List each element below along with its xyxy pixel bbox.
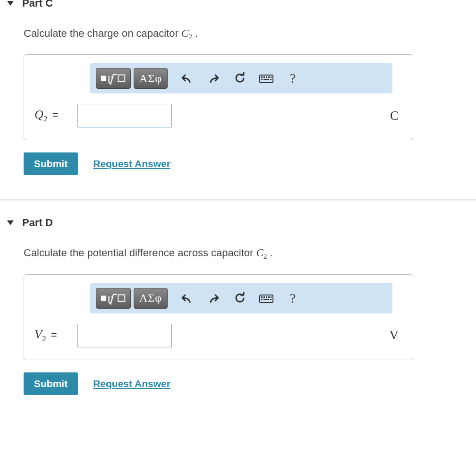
part-c-header[interactable]: Part C: [0, 0, 476, 9]
actions-d: Submit Request Answer: [24, 372, 462, 395]
var-letter: Q: [34, 108, 43, 121]
variable-label-d: V2 =: [34, 328, 70, 344]
svg-rect-11: [270, 79, 272, 80]
svg-rect-5: [264, 76, 265, 78]
variable-label-c: Q2 =: [34, 108, 70, 124]
svg-rect-23: [270, 299, 272, 300]
help-button[interactable]: ?: [281, 288, 305, 309]
submit-button-d[interactable]: Submit: [24, 372, 78, 395]
part-d-body: Calculate the potential difference acros…: [0, 247, 476, 418]
answer-box-d: n ΑΣφ: [24, 274, 413, 360]
svg-rect-12: [101, 295, 106, 301]
greek-label: ΑΣφ: [139, 292, 162, 304]
answer-input-c[interactable]: [77, 104, 172, 127]
answer-input-d[interactable]: [77, 324, 172, 347]
part-c: Part C Calculate the charge on capacitor…: [0, 0, 476, 199]
help-label: ?: [290, 71, 296, 86]
help-button[interactable]: ?: [281, 68, 305, 89]
svg-rect-8: [271, 76, 272, 78]
request-answer-link-d[interactable]: Request Answer: [93, 378, 170, 389]
input-row-c: Q2 = C: [24, 93, 413, 140]
answer-box-c: n ΑΣφ: [24, 54, 413, 140]
part-c-body: Calculate the charge on capacitor C2 . n…: [0, 27, 476, 199]
part-c-prompt: Calculate the charge on capacitor C2 .: [24, 27, 462, 41]
part-d: Part D Calculate the potential differenc…: [0, 202, 476, 418]
equation-toolbar: n ΑΣφ: [90, 283, 392, 313]
part-d-prompt: Calculate the potential difference acros…: [24, 247, 462, 261]
prompt-sub: 2: [188, 33, 192, 41]
var-letter: V: [34, 328, 42, 341]
collapse-icon[interactable]: [7, 220, 14, 225]
svg-rect-2: [118, 75, 125, 82]
request-answer-link-c[interactable]: Request Answer: [93, 158, 170, 169]
part-d-header[interactable]: Part D: [0, 217, 476, 229]
help-label: ?: [290, 291, 296, 306]
templates-button[interactable]: n: [96, 68, 131, 89]
prompt-var: C: [256, 247, 263, 259]
svg-rect-10: [264, 79, 269, 80]
prompt-suffix: .: [192, 27, 198, 39]
redo-button[interactable]: [202, 288, 225, 309]
svg-rect-6: [266, 76, 267, 78]
prompt-var: C: [181, 27, 188, 39]
part-c-title: Part C: [22, 0, 53, 9]
svg-rect-16: [261, 296, 263, 298]
svg-rect-19: [268, 296, 270, 298]
undo-button[interactable]: [175, 68, 199, 89]
submit-button-c[interactable]: Submit: [24, 152, 78, 175]
reset-button[interactable]: [228, 288, 252, 309]
actions-c: Submit Request Answer: [24, 152, 462, 175]
keyboard-button[interactable]: [255, 288, 278, 309]
svg-rect-21: [261, 299, 263, 300]
var-sub: 2: [42, 334, 46, 343]
eq-sign: =: [50, 109, 59, 121]
svg-rect-9: [261, 79, 263, 80]
toolbar-wrap: n ΑΣφ: [24, 55, 413, 93]
eq-sign: =: [48, 329, 57, 341]
greek-button[interactable]: ΑΣφ: [134, 68, 168, 89]
unit-d: V: [390, 328, 403, 343]
prompt-text: Calculate the charge on capacitor: [24, 27, 181, 39]
prompt-suffix: .: [267, 247, 272, 259]
equation-toolbar: n ΑΣφ: [90, 63, 392, 93]
reset-button[interactable]: [228, 68, 252, 89]
svg-rect-20: [271, 296, 272, 298]
unit-c: C: [390, 109, 402, 123]
svg-rect-7: [268, 76, 270, 78]
var-sub: 2: [43, 114, 48, 123]
redo-button[interactable]: [202, 68, 225, 89]
svg-rect-4: [261, 76, 263, 78]
prompt-text: Calculate the potential difference acros…: [24, 247, 256, 259]
templates-button[interactable]: n: [96, 288, 131, 309]
svg-rect-18: [266, 296, 267, 298]
svg-rect-22: [264, 299, 269, 300]
toolbar-wrap: n ΑΣφ: [24, 275, 413, 313]
svg-rect-14: [118, 295, 125, 301]
greek-label: ΑΣφ: [139, 72, 162, 85]
keyboard-button[interactable]: [255, 68, 278, 89]
input-row-d: V2 = V: [24, 313, 413, 360]
greek-button[interactable]: ΑΣφ: [134, 288, 168, 309]
svg-rect-0: [101, 76, 106, 81]
svg-rect-17: [264, 296, 265, 298]
undo-button[interactable]: [175, 288, 199, 309]
part-d-title: Part D: [22, 217, 53, 229]
collapse-icon[interactable]: [7, 1, 14, 6]
